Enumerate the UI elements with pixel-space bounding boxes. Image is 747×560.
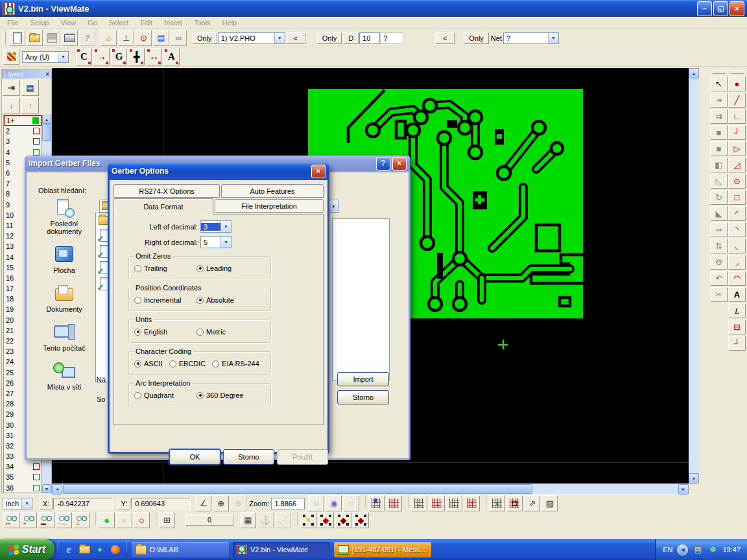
layer-swatch[interactable] <box>33 128 40 134</box>
draw-corner2-button[interactable]: ┘ <box>728 336 746 351</box>
layer-row-36[interactable]: 36 <box>4 483 42 493</box>
menu-view[interactable]: View <box>54 18 82 28</box>
snap-cross-button[interactable]: ╋ <box>128 48 145 65</box>
view-sketch-button[interactable]: ∠ <box>73 512 89 528</box>
layer-swatch[interactable] <box>33 485 40 491</box>
layer-row-3[interactable]: 3 <box>4 136 42 146</box>
new-button[interactable] <box>9 30 25 46</box>
menu-select[interactable]: Select <box>103 18 135 28</box>
grid-corner-button[interactable]: ▘ <box>368 495 385 511</box>
radio-english[interactable]: English <box>134 328 190 336</box>
draw-arc-q1-button[interactable]: ◜ <box>728 206 746 221</box>
canvas-horizontal-scrollbar[interactable]: ◄ ► <box>52 484 689 495</box>
place-desktop[interactable]: Plocha <box>33 245 95 274</box>
grid-value-field[interactable]: 0 <box>185 514 233 526</box>
select-cursor-button[interactable]: ↖ <box>710 76 728 91</box>
layer-swatch[interactable] <box>33 463 40 470</box>
goto-arrow-button[interactable]: → <box>93 48 110 65</box>
draw-arc-half-button[interactable]: ◠ <box>728 271 746 286</box>
combo-left-of-decimal[interactable]: 3▼ <box>200 220 231 233</box>
draw-rectangle-button[interactable]: □ <box>728 190 746 205</box>
radio-trailing[interactable]: Trailing <box>134 264 190 272</box>
radio-metric[interactable]: Metric <box>196 328 226 336</box>
title-bar[interactable]: V2.bin - ViewMate – ◱ × <box>0 0 747 17</box>
layer-row-34[interactable]: 34 <box>4 461 42 472</box>
draw-arc-q2-button[interactable]: ◝ <box>728 222 746 237</box>
chevron-down-icon[interactable]: ▼ <box>274 33 285 43</box>
task-mlab[interactable]: D:\MLAB <box>132 542 229 557</box>
place-documents[interactable]: Dokumenty <box>33 284 95 313</box>
gerber-cancel-button[interactable]: Storno <box>223 449 274 465</box>
move-layer-down-button[interactable]: ↓ <box>3 97 20 113</box>
import-button[interactable]: Import <box>337 372 389 386</box>
print-button[interactable] <box>62 30 78 46</box>
place-recent[interactable]: Poslední dokumenty <box>33 198 95 235</box>
selector-combo[interactable]: Any (U)▼ <box>22 51 69 63</box>
pan-down-button[interactable]: ↓ <box>446 495 462 511</box>
menu-tools[interactable]: Tools <box>188 18 217 28</box>
grid-full-button[interactable] <box>386 495 402 511</box>
prev-net-button[interactable]: < <box>435 32 455 44</box>
select-area-button[interactable]: ▧ <box>541 495 558 511</box>
highlight-ring-button[interactable]: ○ <box>134 512 150 528</box>
menu-insert[interactable]: Insert <box>158 18 188 28</box>
radio-quadrant[interactable]: Quadrant <box>134 391 190 399</box>
only-dcode-button[interactable]: Only <box>317 32 342 44</box>
zoom-selection-button[interactable]: ◌ <box>343 495 359 511</box>
folder-quicklaunch-icon[interactable] <box>78 543 91 556</box>
grid-area2-button[interactable]: ◻ <box>506 495 523 511</box>
dcode-input[interactable]: 10 <box>359 32 380 44</box>
dialog-help-button[interactable]: ? <box>376 157 390 170</box>
text-a-button[interactable]: A <box>163 48 180 65</box>
firefox-icon[interactable] <box>109 543 122 556</box>
insert-layer-button[interactable]: ⇥ <box>3 80 20 96</box>
prev-dcode-button[interactable]: < <box>286 32 305 44</box>
draw-line-button[interactable]: ╱ <box>728 93 746 108</box>
scroll-left-icon[interactable]: ◄ <box>52 484 62 495</box>
draw-circle-button[interactable]: ⊙ <box>728 174 746 189</box>
tab-rs274x-options[interactable]: RS274-X Options <box>113 184 220 198</box>
tile-views-button[interactable]: ⊞ <box>159 512 175 528</box>
language-indicator[interactable]: EN <box>663 546 672 554</box>
radio-leading[interactable]: Leading <box>196 264 231 272</box>
draw-arc-q4-button[interactable]: ◞ <box>728 255 746 270</box>
tray-note-icon[interactable]: ▤ <box>693 544 703 555</box>
layer-colors-button[interactable]: ▤ <box>153 30 169 46</box>
select-diagonal-button[interactable]: ⇗ <box>524 495 540 511</box>
task-viewmate[interactable]: V2.bin - ViewMate <box>233 542 330 557</box>
radio-absolute[interactable]: Absolute <box>196 296 234 304</box>
dialog-close-button[interactable]: × <box>392 157 407 170</box>
layers-close-icon[interactable]: × <box>45 71 49 78</box>
view-pads-button[interactable]: ▬ <box>38 512 54 528</box>
view-lines-button[interactable]: ≡ <box>21 512 37 528</box>
draw-polyline-button[interactable]: ∟ <box>728 109 746 124</box>
only-net-button[interactable]: Only <box>464 32 489 44</box>
only-layer-button[interactable]: Only <box>192 32 217 44</box>
dcode-filter-button[interactable] <box>3 49 19 65</box>
highlight-c-button[interactable]: C <box>76 48 92 65</box>
layer-setup-button[interactable]: ▤ <box>21 80 39 96</box>
chevron-down-icon[interactable]: ▼ <box>21 498 32 509</box>
close-button[interactable]: × <box>729 1 744 16</box>
view-dcodes-button[interactable]: •• <box>3 512 19 528</box>
pan-left-button[interactable]: ← <box>411 495 427 511</box>
net-combo[interactable]: ?▼ <box>503 32 559 44</box>
flash-button[interactable]: ☼ <box>101 30 117 46</box>
measure-tool-button[interactable]: ∞ <box>171 30 187 46</box>
combo-right-of-decimal[interactable]: 5▼ <box>200 236 231 248</box>
draw-label-button[interactable]: L <box>728 303 746 318</box>
layer-swatch[interactable] <box>33 474 40 480</box>
tab-file-interpretation[interactable]: File Interpretation <box>215 199 324 213</box>
layer-swatch[interactable] <box>33 138 40 145</box>
scroll-up-icon[interactable]: ▲ <box>42 115 51 124</box>
ok-button[interactable]: OK <box>169 449 220 465</box>
chevron-down-icon[interactable]: ▼ <box>58 52 68 62</box>
menu-help[interactable]: Help <box>217 18 243 28</box>
radio-ebcdic[interactable]: EBCDIC <box>169 360 206 368</box>
tray-chevron-icon[interactable]: ◄ <box>677 544 688 555</box>
layer-combo[interactable]: 1) V2.PHO▼ <box>218 32 285 44</box>
goto-g-button[interactable]: G <box>111 48 127 65</box>
task-message[interactable]: [191-482-091] - Mess... <box>334 542 431 557</box>
pattern-flash-button[interactable]: ✶ <box>300 512 316 528</box>
draw-triangle-button[interactable]: ◿ <box>728 158 746 172</box>
